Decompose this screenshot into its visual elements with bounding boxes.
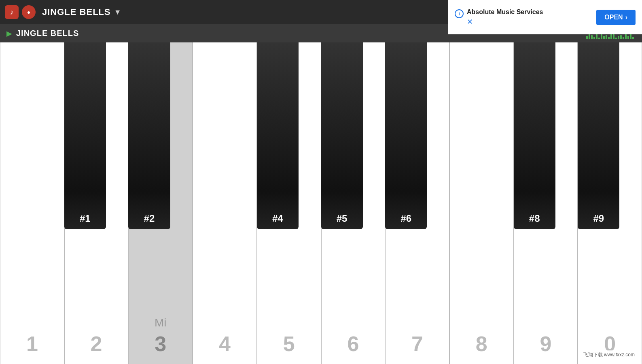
white-key-number: 9 <box>540 332 552 356</box>
white-key-number: 3 <box>155 332 166 356</box>
black-key-#5[interactable]: #5 <box>321 42 363 229</box>
black-key-#1[interactable]: #1 <box>64 42 106 229</box>
audio-bar <box>625 34 627 39</box>
top-bar: ♪ ● JINGLE BELLS ▼ i Absolute Music Serv… <box>0 0 642 24</box>
audio-bar <box>615 38 617 39</box>
audio-bar <box>620 35 622 39</box>
watermark: 飞翔下载 www.fxxz.com <box>580 350 638 360</box>
audio-bar <box>618 36 619 39</box>
white-key-number: 2 <box>91 332 102 356</box>
white-key-number: 7 <box>411 332 423 356</box>
record-icon[interactable]: ● <box>22 5 36 19</box>
audio-bar <box>623 37 624 39</box>
song-title-button[interactable]: JINGLE BELLS ▼ <box>42 7 122 17</box>
chevron-down-icon: ▼ <box>114 8 122 17</box>
audio-bar <box>632 37 634 39</box>
black-key-label: #4 <box>272 213 283 224</box>
black-key-label: #1 <box>80 213 91 224</box>
white-key-number: 5 <box>283 332 295 356</box>
ad-close-icon[interactable]: ✕ <box>467 17 543 26</box>
white-key-1[interactable]: 1 <box>0 42 64 364</box>
black-key-label: #6 <box>400 213 411 224</box>
song-header-title: JINGLE BELLS <box>16 29 79 38</box>
audio-bar <box>606 35 607 39</box>
ad-title: Absolute Music Services <box>467 8 543 16</box>
black-key-#8[interactable]: #8 <box>514 42 555 229</box>
white-key-number: 8 <box>476 332 487 356</box>
black-key-label: #9 <box>593 213 604 224</box>
ad-banner: i Absolute Music Services ✕ OPEN › <box>448 0 642 34</box>
play-button[interactable]: ▶ <box>6 29 12 38</box>
audio-bar <box>627 36 629 39</box>
white-key-8[interactable]: 8 <box>449 42 514 364</box>
white-key-4[interactable]: 4 <box>193 42 257 364</box>
ad-open-button[interactable]: OPEN › <box>596 10 636 25</box>
song-title-text: JINGLE BELLS <box>42 7 111 17</box>
piano-area: 12Mi34567890 #1#2#4#5#6#8#9 <box>0 42 642 364</box>
audio-bar <box>608 37 610 39</box>
audio-bar <box>598 38 600 39</box>
white-key-note: Mi <box>155 316 167 329</box>
white-key-number: 6 <box>347 332 359 356</box>
audio-bar <box>613 34 614 39</box>
audio-bar <box>603 36 605 39</box>
ad-info-icon: i <box>455 9 464 18</box>
audio-bar <box>593 37 595 39</box>
black-key-#4[interactable]: #4 <box>257 42 299 229</box>
black-key-#6[interactable]: #6 <box>385 42 427 229</box>
black-key-label: #5 <box>337 213 347 224</box>
white-key-number: 4 <box>219 332 231 356</box>
audio-bar <box>591 35 593 39</box>
ad-text-block: Absolute Music Services ✕ <box>467 8 543 26</box>
black-key-label: #8 <box>529 213 540 224</box>
audio-bar <box>586 36 588 39</box>
music-icon[interactable]: ♪ <box>5 5 19 19</box>
app-icons: ♪ ● <box>5 5 36 19</box>
white-key-number: 1 <box>26 332 38 356</box>
black-key-#2[interactable]: #2 <box>128 42 170 229</box>
audio-bar <box>596 34 598 39</box>
black-key-#9[interactable]: #9 <box>578 42 619 229</box>
black-keys: #1#2#4#5#6#8#9 <box>0 42 642 229</box>
ad-info: i Absolute Music Services ✕ <box>455 8 591 26</box>
black-key-label: #2 <box>144 213 155 224</box>
